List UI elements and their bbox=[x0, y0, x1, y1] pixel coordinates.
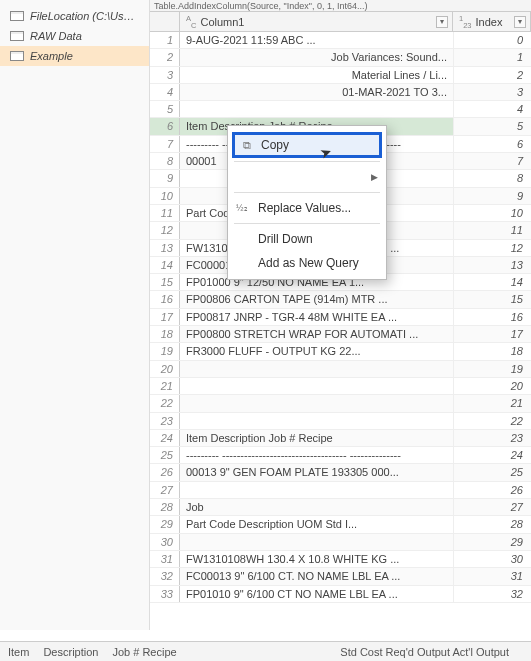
cell-index[interactable]: 6 bbox=[453, 136, 531, 152]
menu-item-copy[interactable]: ⧉ Copy bbox=[232, 132, 382, 158]
row-number[interactable]: 13 bbox=[150, 240, 180, 256]
table-row[interactable]: 18 FP00800 STRETCH WRAP FOR AUTOMATI ...… bbox=[150, 326, 531, 343]
cell-column1[interactable]: FP00806 CARTON TAPE (914m) MTR ... bbox=[180, 291, 453, 307]
cell-column1[interactable] bbox=[180, 395, 453, 411]
cell-index[interactable]: 1 bbox=[453, 49, 531, 65]
table-row[interactable]: 2726 bbox=[150, 482, 531, 499]
cell-index[interactable]: 25 bbox=[453, 464, 531, 480]
row-number[interactable]: 31 bbox=[150, 551, 180, 567]
cell-index[interactable]: 19 bbox=[453, 361, 531, 377]
row-number[interactable]: 23 bbox=[150, 413, 180, 429]
cell-column1[interactable]: --------- ------------------------------… bbox=[180, 447, 453, 463]
table-row[interactable]: 2600013 9" GEN FOAM PLATE 193305 000...2… bbox=[150, 464, 531, 481]
cell-column1[interactable]: 9-AUG-2021 11:59 ABC ... bbox=[180, 32, 453, 48]
cell-column1[interactable] bbox=[180, 101, 453, 117]
cell-index[interactable]: 30 bbox=[453, 551, 531, 567]
cell-index[interactable]: 21 bbox=[453, 395, 531, 411]
cell-index[interactable]: 29 bbox=[453, 534, 531, 550]
row-number[interactable]: 30 bbox=[150, 534, 180, 550]
table-row[interactable]: 3029 bbox=[150, 534, 531, 551]
cell-index[interactable]: 5 bbox=[453, 118, 531, 134]
menu-item-replace-values[interactable]: ½₂ Replace Values... bbox=[228, 196, 386, 220]
cell-index[interactable]: 13 bbox=[453, 257, 531, 273]
cell-column1[interactable] bbox=[180, 534, 453, 550]
table-row[interactable]: 28 Job27 bbox=[150, 499, 531, 516]
table-row[interactable]: 16 FP00806 CARTON TAPE (914m) MTR ...15 bbox=[150, 291, 531, 308]
cell-index[interactable]: 4 bbox=[453, 101, 531, 117]
cell-column1[interactable]: FP00800 STRETCH WRAP FOR AUTOMATI ... bbox=[180, 326, 453, 342]
column-header-column1[interactable]: AC Column1 ▾ bbox=[180, 12, 453, 31]
column-header-index[interactable]: 123 Index ▾ bbox=[453, 12, 531, 31]
table-row[interactable]: 401-MAR-2021 TO 3...3 bbox=[150, 84, 531, 101]
row-number[interactable]: 17 bbox=[150, 309, 180, 325]
cell-column1[interactable] bbox=[180, 413, 453, 429]
row-number[interactable]: 22 bbox=[150, 395, 180, 411]
cell-index[interactable]: 22 bbox=[453, 413, 531, 429]
row-number[interactable]: 14 bbox=[150, 257, 180, 273]
row-number[interactable]: 8 bbox=[150, 153, 180, 169]
table-row[interactable]: 32 FC00013 9" 6/100 CT. NO NAME LBL EA .… bbox=[150, 568, 531, 585]
table-row[interactable]: 33 FP01010 9" 6/100 CT NO NAME LBL EA ..… bbox=[150, 586, 531, 603]
table-row[interactable]: 17 FP00817 JNRP - TGR-4 48M WHITE EA ...… bbox=[150, 309, 531, 326]
row-number[interactable]: 18 bbox=[150, 326, 180, 342]
cell-index[interactable]: 2 bbox=[453, 67, 531, 83]
row-number[interactable]: 10 bbox=[150, 188, 180, 204]
table-row[interactable]: 2221 bbox=[150, 395, 531, 412]
row-number[interactable]: 1 bbox=[150, 32, 180, 48]
row-number[interactable]: 27 bbox=[150, 482, 180, 498]
cell-index[interactable]: 7 bbox=[453, 153, 531, 169]
table-row[interactable]: 31 FW1310108WH 130.4 X 10.8 WHITE KG ...… bbox=[150, 551, 531, 568]
cell-index[interactable]: 15 bbox=[453, 291, 531, 307]
cell-index[interactable]: 3 bbox=[453, 84, 531, 100]
grid-body[interactable]: 19-AUG-2021 11:59 ABC ...02Job Variances… bbox=[150, 32, 531, 633]
formula-bar[interactable]: Table.AddIndexColumn(Source, "Index", 0,… bbox=[150, 0, 531, 12]
cell-index[interactable]: 17 bbox=[453, 326, 531, 342]
menu-item-add-as-new-query[interactable]: Add as New Query bbox=[228, 251, 386, 275]
menu-item-drill-down[interactable]: Drill Down bbox=[228, 227, 386, 251]
cell-index[interactable]: 8 bbox=[453, 170, 531, 186]
cell-column1[interactable]: Job bbox=[180, 499, 453, 515]
cell-column1[interactable]: FW1310108WH 130.4 X 10.8 WHITE KG ... bbox=[180, 551, 453, 567]
cell-index[interactable]: 18 bbox=[453, 343, 531, 359]
cell-column1[interactable] bbox=[180, 482, 453, 498]
table-row[interactable]: 24Item Description Job # Recipe23 bbox=[150, 430, 531, 447]
cell-index[interactable]: 32 bbox=[453, 586, 531, 602]
table-row[interactable]: 19-AUG-2021 11:59 ABC ...0 bbox=[150, 32, 531, 49]
cell-column1[interactable]: FC00013 9" 6/100 CT. NO NAME LBL EA ... bbox=[180, 568, 453, 584]
cell-column1[interactable]: Part Code Description UOM Std I... bbox=[180, 516, 453, 532]
filter-dropdown-icon[interactable]: ▾ bbox=[436, 16, 448, 28]
table-row[interactable]: 2120 bbox=[150, 378, 531, 395]
table-row[interactable]: 29 Part Code Description UOM Std I...28 bbox=[150, 516, 531, 533]
table-row[interactable]: 54 bbox=[150, 101, 531, 118]
row-number[interactable]: 33 bbox=[150, 586, 180, 602]
table-corner-icon[interactable] bbox=[150, 12, 180, 31]
table-row[interactable]: 2019 bbox=[150, 361, 531, 378]
row-number[interactable]: 32 bbox=[150, 568, 180, 584]
row-number[interactable]: 25 bbox=[150, 447, 180, 463]
cell-index[interactable]: 9 bbox=[453, 188, 531, 204]
cell-index[interactable]: 28 bbox=[453, 516, 531, 532]
row-number[interactable]: 12 bbox=[150, 222, 180, 238]
cell-index[interactable]: 16 bbox=[453, 309, 531, 325]
cell-index[interactable]: 11 bbox=[453, 222, 531, 238]
row-number[interactable]: 16 bbox=[150, 291, 180, 307]
cell-column1[interactable]: 00013 9" GEN FOAM PLATE 193305 000... bbox=[180, 464, 453, 480]
cell-column1[interactable]: FR3000 FLUFF - OUTPUT KG 22... bbox=[180, 343, 453, 359]
query-item-example[interactable]: Example bbox=[0, 46, 149, 66]
row-number[interactable]: 7 bbox=[150, 136, 180, 152]
cell-index[interactable]: 23 bbox=[453, 430, 531, 446]
cell-index[interactable]: 14 bbox=[453, 274, 531, 290]
cell-column1[interactable]: Material Lines / Li... bbox=[180, 67, 453, 83]
cell-column1[interactable]: 01-MAR-2021 TO 3... bbox=[180, 84, 453, 100]
table-row[interactable]: 25--------- ----------------------------… bbox=[150, 447, 531, 464]
row-number[interactable]: 20 bbox=[150, 361, 180, 377]
row-number[interactable]: 26 bbox=[150, 464, 180, 480]
row-number[interactable]: 21 bbox=[150, 378, 180, 394]
query-item-filelocation[interactable]: FileLocation (C:\Users\lisde... bbox=[0, 6, 149, 26]
cell-column1[interactable] bbox=[180, 378, 453, 394]
filter-dropdown-icon[interactable]: ▾ bbox=[514, 16, 526, 28]
table-row[interactable]: 3Material Lines / Li...2 bbox=[150, 67, 531, 84]
cell-column1[interactable]: FP00817 JNRP - TGR-4 48M WHITE EA ... bbox=[180, 309, 453, 325]
cell-index[interactable]: 20 bbox=[453, 378, 531, 394]
cell-index[interactable]: 0 bbox=[453, 32, 531, 48]
